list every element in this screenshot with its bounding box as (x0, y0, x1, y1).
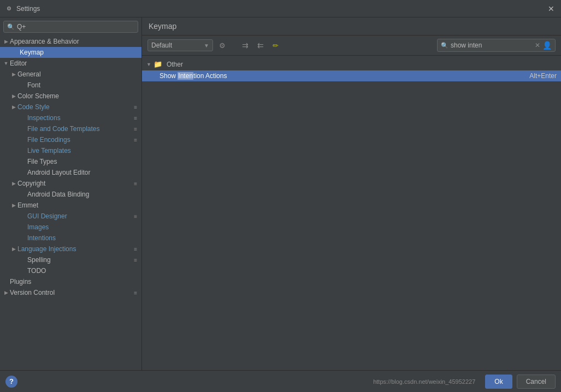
chevron-right-icon: ▶ (10, 72, 17, 77)
sidebar-item-version-control[interactable]: ▶ Version Control ≡ (0, 287, 141, 298)
content-area: Keymap Default ▼ ⚙ ⇉ ⇇ ✏ 🔍 show inten (142, 17, 561, 370)
settings-badge: ≡ (134, 137, 137, 143)
sidebar-search[interactable]: 🔍 (3, 21, 138, 33)
sidebar-item-font[interactable]: Font (0, 80, 141, 91)
sidebar-item-label: Images (27, 223, 49, 231)
keymap-gear-button[interactable]: ⚙ (216, 40, 228, 51)
expand-all-button[interactable]: ⇉ (239, 39, 251, 51)
highlighted-text: Inten (178, 72, 193, 80)
sidebar-item-label: Font (27, 81, 40, 89)
collapse-all-button[interactable]: ⇇ (255, 39, 267, 51)
sidebar-item-intentions[interactable]: Intentions (0, 233, 141, 243)
bottom-bar: ? https://blog.csdn.net/weixin_45952227 … (0, 370, 561, 392)
chevron-down-icon: ▼ (204, 43, 209, 49)
group-label: Other (167, 61, 183, 68)
keymap-dropdown-value: Default (151, 41, 202, 49)
sidebar-item-file-code-templates[interactable]: File and Code Templates ≡ (0, 123, 141, 134)
keymap-search[interactable]: 🔍 show inten ✕ 👤 (437, 39, 556, 52)
cancel-button[interactable]: Cancel (517, 375, 556, 389)
clear-search-button[interactable]: ✕ (535, 41, 540, 49)
settings-badge: ≡ (134, 104, 137, 110)
sidebar-item-label: Live Templates (27, 147, 71, 155)
sidebar-item-label: Language Injections (17, 245, 76, 253)
sidebar-item-emmet[interactable]: ▶ Emmet (0, 200, 141, 211)
sidebar-item-label: Appearance & Behavior (10, 38, 79, 45)
sidebar-item-file-encodings[interactable]: File Encodings ≡ (0, 134, 141, 145)
keymap-dropdown[interactable]: Default ▼ (147, 39, 213, 51)
edit-button[interactable]: ✏ (270, 40, 281, 51)
search-icon: 🔍 (441, 42, 448, 49)
sidebar-item-label: File Types (27, 158, 57, 165)
title-bar: ⚙ Settings ✕ (0, 0, 561, 17)
sidebar-item-keymap[interactable]: Keymap (0, 47, 141, 58)
watermark-text: https://blog.csdn.net/weixin_45952227 (22, 378, 475, 385)
sidebar-item-label: Android Data Binding (27, 191, 89, 198)
sidebar-item-spelling[interactable]: Spelling ≡ (0, 254, 141, 265)
sidebar-item-label: Spelling (27, 256, 51, 264)
sidebar-item-label: Copyright (17, 180, 45, 187)
sidebar-item-general[interactable]: ▶ General (0, 69, 141, 80)
sidebar-item-plugins[interactable]: Plugins (0, 276, 141, 287)
chevron-right-icon: ▶ (10, 181, 17, 186)
keymap-shortcut: Alt+Enter (529, 72, 557, 80)
settings-icon: ⚙ (4, 4, 13, 13)
sidebar-item-android-data-binding[interactable]: Android Data Binding (0, 189, 141, 200)
chevron-right-icon: ▶ (10, 203, 17, 208)
sidebar-item-gui-designer[interactable]: GUI Designer ≡ (0, 211, 141, 222)
sidebar-item-label: General (17, 70, 41, 78)
sidebar-item-label: Emmet (17, 201, 38, 209)
sidebar-item-appearance[interactable]: ▶ Appearance & Behavior (0, 36, 141, 47)
chevron-right-icon: ▶ (2, 290, 10, 295)
keymap-group-other[interactable]: ▼ 📁 Other (142, 58, 561, 70)
sidebar-item-file-types[interactable]: File Types (0, 156, 141, 167)
settings-badge: ≡ (134, 126, 137, 132)
sidebar-item-copyright[interactable]: ▶ Copyright ≡ (0, 178, 141, 189)
person-icon[interactable]: 👤 (542, 41, 552, 50)
settings-badge: ≡ (134, 257, 137, 263)
sidebar-item-live-templates[interactable]: Live Templates (0, 145, 141, 156)
sidebar-item-label: Version Control (10, 289, 55, 296)
sidebar-item-label: Keymap (20, 49, 44, 56)
close-button[interactable]: ✕ (546, 3, 557, 14)
chevron-right-icon: ▶ (10, 104, 17, 110)
sidebar-item-label: Plugins (10, 278, 31, 286)
keymap-item-label: Show Intention Actions (160, 72, 529, 80)
settings-badge: ≡ (134, 213, 137, 219)
chevron-down-icon: ▼ (146, 62, 151, 67)
help-button[interactable]: ? (5, 376, 17, 388)
chevron-right-icon: ▶ (10, 246, 17, 252)
sidebar-item-label: Android Layout Editor (27, 169, 90, 176)
keymap-item-show-intention-actions[interactable]: Show Intention Actions Alt+Enter (142, 70, 561, 81)
label-after: tion Actions (193, 72, 227, 80)
sidebar-item-label: GUI Designer (27, 212, 67, 220)
search-icon: 🔍 (7, 23, 15, 31)
sidebar-item-label: Editor (10, 60, 27, 67)
sidebar-item-inspections[interactable]: Inspections ≡ (0, 112, 141, 123)
sidebar-item-label: TODO (27, 267, 46, 275)
sidebar-item-code-style[interactable]: ▶ Code Style ≡ (0, 102, 141, 112)
sidebar-item-editor[interactable]: ▼ Editor (0, 58, 141, 69)
sidebar-item-label: Code Style (17, 103, 50, 111)
sidebar-search-input[interactable] (17, 23, 134, 31)
label-before: Show (160, 72, 178, 80)
keymap-tree: ▼ 📁 Other Show Intention Actions Alt+Ent… (142, 56, 561, 370)
dialog-body: 🔍 ▶ Appearance & Behavior Keymap ▼ Edito… (0, 17, 561, 370)
sidebar-item-language-injections[interactable]: ▶ Language Injections ≡ (0, 243, 141, 254)
sidebar: 🔍 ▶ Appearance & Behavior Keymap ▼ Edito… (0, 17, 142, 370)
keymap-title: Keymap (142, 17, 561, 35)
sidebar-item-label: File and Code Templates (27, 125, 100, 133)
settings-badge: ≡ (134, 181, 137, 187)
settings-badge: ≡ (134, 246, 137, 252)
folder-icon: 📁 (153, 60, 162, 68)
sidebar-item-todo[interactable]: TODO (0, 265, 141, 276)
sidebar-item-label: Color Scheme (17, 92, 59, 100)
sidebar-item-label: Intentions (27, 234, 56, 242)
keymap-search-input[interactable]: show inten (451, 41, 533, 49)
chevron-down-icon: ▼ (2, 61, 10, 66)
keymap-toolbar: Default ▼ ⚙ ⇉ ⇇ ✏ 🔍 show inten ✕ 👤 (142, 35, 561, 56)
sidebar-item-android-layout-editor[interactable]: Android Layout Editor (0, 167, 141, 178)
ok-button[interactable]: Ok (485, 375, 512, 389)
sidebar-item-color-scheme[interactable]: ▶ Color Scheme (0, 91, 141, 102)
sidebar-item-images[interactable]: Images (0, 222, 141, 233)
settings-badge: ≡ (134, 115, 137, 121)
